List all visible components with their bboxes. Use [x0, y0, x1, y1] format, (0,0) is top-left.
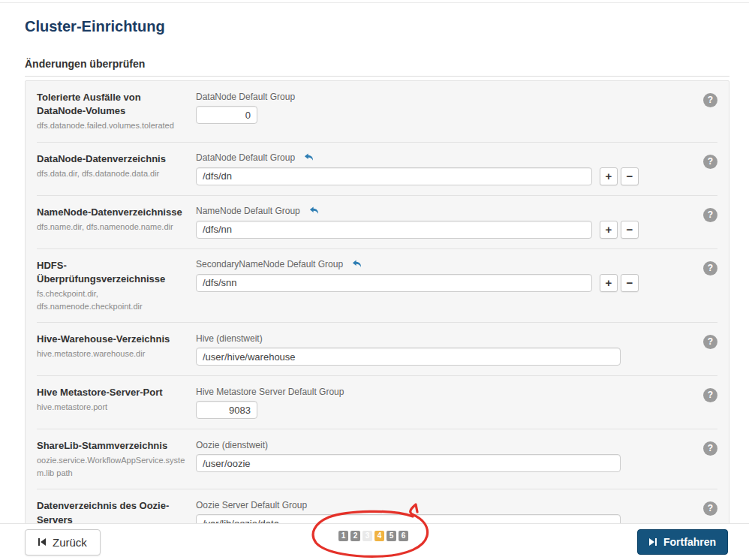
page-title: Cluster-Einrichtung [25, 18, 729, 35]
group-line: SecondaryNameNode Default Group [196, 259, 642, 270]
undo-arrow-icon[interactable] [304, 153, 314, 162]
pagination-page-5[interactable]: 5 [387, 531, 396, 541]
continue-button[interactable]: Fortfahren [637, 529, 728, 555]
setting-property: hive.metastore.warehouse.dir [37, 348, 187, 360]
value-input[interactable] [196, 454, 621, 472]
config-row: HDFS-Überprüfungsverzeichnisse fs.checkp… [37, 248, 717, 322]
wizard-pagination: 123456 [338, 531, 411, 541]
spinner-buttons: + − [600, 221, 642, 239]
group-label: Hive (dienstweit) [196, 333, 263, 344]
setting-editor: SecondaryNameNode Default Group + − [196, 259, 642, 312]
value-input[interactable] [196, 167, 592, 185]
undo-arrow-icon[interactable] [309, 206, 319, 215]
group-line: Hive (dienstweit) [196, 333, 621, 344]
config-row: Hive Metastore-Server-Port hive.metastor… [37, 375, 717, 429]
pagination-page-3[interactable]: 3 [362, 531, 372, 541]
value-input[interactable] [196, 274, 592, 292]
setting-label: Hive-Warehouse-Verzeichnis [37, 333, 187, 346]
back-button[interactable]: Zurück [25, 529, 101, 555]
group-line: Oozie (dienstweit) [196, 439, 621, 450]
skip-forward-icon [649, 538, 657, 546]
pagination-page-6[interactable]: 6 [399, 531, 408, 541]
setting-editor: Oozie (dienstweit) [196, 439, 621, 479]
setting-info: Hive-Warehouse-Verzeichnis hive.metastor… [37, 333, 196, 366]
setting-editor: NameNode Default Group + − [196, 206, 642, 239]
group-label: Oozie Server Default Group [196, 500, 307, 510]
add-entry-button[interactable]: + [600, 274, 618, 292]
setting-editor: Hive (dienstweit) [196, 333, 621, 366]
setting-property: fs.checkpoint.dir, dfs.namenode.checkpoi… [37, 288, 187, 312]
setting-property: hive.metastore.port [37, 401, 187, 414]
input-line: + − [196, 221, 642, 239]
group-label: DataNode Default Group [196, 92, 295, 102]
input-line [196, 401, 344, 419]
setting-label: DataNode-Datenverzeichnis [37, 152, 187, 166]
setting-label: Tolerierte Ausfälle von DataNode-Volumes [37, 91, 187, 118]
input-line [196, 454, 621, 472]
config-row: ShareLib-Stammverzeichnis oozie.service.… [37, 429, 717, 489]
pagination-page-1[interactable]: 1 [338, 531, 348, 541]
undo-arrow-icon[interactable] [352, 260, 362, 269]
setting-label: HDFS-Überprüfungsverzeichnisse [37, 259, 187, 286]
help-icon[interactable]: ? [703, 93, 717, 107]
help-icon[interactable]: ? [703, 501, 717, 516]
add-entry-button[interactable]: + [600, 167, 618, 185]
value-input[interactable] [196, 401, 257, 419]
group-line: NameNode Default Group [196, 206, 642, 217]
group-line: Oozie Server Default Group [196, 499, 621, 510]
setting-info: HDFS-Überprüfungsverzeichnisse fs.checkp… [37, 259, 196, 312]
add-entry-button[interactable]: + [600, 221, 618, 239]
wizard-content: Cluster-Einrichtung Änderungen überprüfe… [0, 18, 749, 560]
setting-property: dfs.datanode.failed.volumes.tolerated [37, 119, 187, 132]
group-line: DataNode Default Group [196, 91, 295, 102]
spinner-buttons: + − [600, 274, 642, 292]
back-button-label: Zurück [53, 536, 87, 549]
setting-editor: Hive Metastore Server Default Group [196, 386, 344, 419]
spinner-buttons: + − [600, 167, 642, 185]
setting-property: oozie.service.WorkflowAppService.system.… [37, 454, 187, 479]
group-label: NameNode Default Group [196, 206, 300, 216]
help-icon[interactable]: ? [703, 388, 717, 402]
setting-label: ShareLib-Stammverzeichnis [37, 439, 187, 453]
help-icon[interactable]: ? [703, 155, 717, 169]
setting-info: Hive Metastore-Server-Port hive.metastor… [37, 386, 196, 419]
skip-back-icon [38, 538, 46, 546]
help-icon[interactable]: ? [703, 441, 717, 456]
setting-label: Hive Metastore-Server-Port [37, 386, 187, 399]
input-line [196, 106, 295, 124]
continue-button-label: Fortfahren [663, 536, 716, 548]
section-heading: Änderungen überprüfen [25, 58, 729, 77]
pagination-page-4[interactable]: 4 [374, 531, 384, 541]
input-line [196, 348, 621, 366]
setting-label: NameNode-Datenverzeichnisse [37, 206, 187, 219]
remove-entry-button[interactable]: − [621, 167, 639, 185]
pagination-page-2[interactable]: 2 [350, 531, 360, 541]
config-row: Tolerierte Ausfälle von DataNode-Volumes… [37, 81, 717, 142]
group-label: SecondaryNameNode Default Group [196, 259, 343, 269]
value-input[interactable] [196, 221, 592, 239]
help-icon[interactable]: ? [703, 335, 717, 349]
group-label: Oozie (dienstweit) [196, 440, 268, 450]
remove-entry-button[interactable]: − [621, 221, 639, 239]
setting-info: NameNode-Datenverzeichnisse dfs.name.dir… [37, 206, 196, 239]
setting-editor: DataNode Default Group + − [196, 152, 642, 185]
setting-property: dfs.name.dir, dfs.namenode.name.dir [37, 221, 187, 233]
group-line: Hive Metastore Server Default Group [196, 386, 344, 397]
remove-entry-button[interactable]: − [621, 274, 639, 292]
group-label: DataNode Default Group [196, 152, 295, 163]
setting-info: Tolerierte Ausfälle von DataNode-Volumes… [37, 91, 196, 132]
setting-info: DataNode-Datenverzeichnis dfs.data.dir, … [37, 152, 196, 185]
setting-info: ShareLib-Stammverzeichnis oozie.service.… [37, 439, 196, 479]
input-line: + − [196, 274, 642, 292]
help-icon[interactable]: ? [703, 208, 717, 222]
group-label: Hive Metastore Server Default Group [196, 387, 344, 397]
config-panel: Tolerierte Ausfälle von DataNode-Volumes… [25, 80, 729, 560]
setting-property: dfs.data.dir, dfs.datanode.data.dir [37, 167, 187, 180]
wizard-footer: Zurück 123456 Fortfahren [0, 523, 749, 560]
input-line: + − [196, 167, 642, 185]
help-icon[interactable]: ? [703, 261, 717, 275]
group-line: DataNode Default Group [196, 152, 642, 164]
value-input[interactable] [196, 348, 621, 366]
config-row: NameNode-Datenverzeichnisse dfs.name.dir… [37, 195, 717, 248]
value-input[interactable] [196, 106, 257, 124]
